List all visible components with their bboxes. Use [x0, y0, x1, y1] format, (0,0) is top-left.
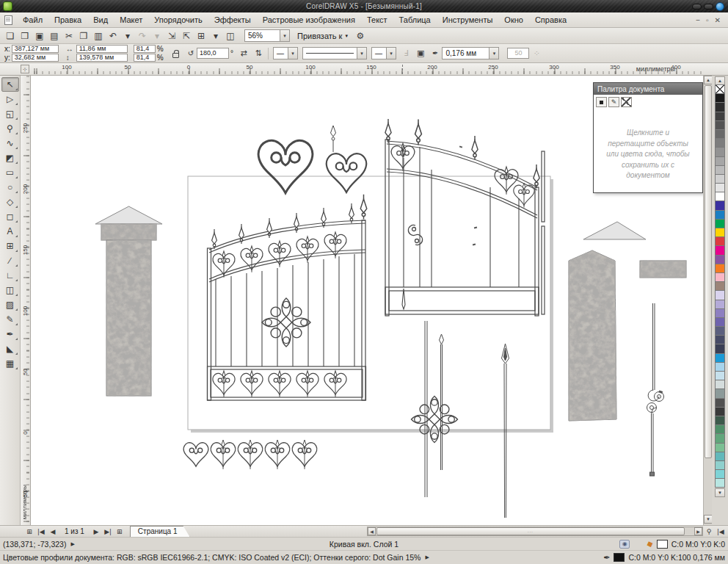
- flyout-arrow-icon[interactable]: ▶: [70, 541, 74, 547]
- stone-pillar-left[interactable]: [95, 206, 162, 396]
- mdi-minimize-button[interactable]: −: [696, 16, 700, 24]
- shape-tool[interactable]: ▷: [1, 92, 19, 106]
- object-width-field[interactable]: 11,86 мм: [76, 45, 128, 53]
- flyout-arrow-icon[interactable]: ▶: [425, 554, 429, 560]
- stone-bar[interactable]: [640, 261, 686, 278]
- start-arrowhead-combo[interactable]: — ▾: [273, 47, 298, 59]
- dimension-tool[interactable]: ∕: [1, 253, 19, 268]
- save-button[interactable]: ▣: [32, 29, 47, 43]
- vertical-scrollbar[interactable]: ▲ ▼: [703, 76, 712, 525]
- eyedropper-tool[interactable]: ✎: [1, 312, 19, 327]
- crop-tool[interactable]: ◱: [1, 106, 19, 121]
- interactive-fill-tool[interactable]: ▦: [1, 356, 19, 371]
- undo-button[interactable]: ↶: [106, 29, 120, 43]
- mirror-horizontal-button[interactable]: ⇄: [236, 47, 251, 60]
- pick-tool[interactable]: ↖: [1, 77, 19, 92]
- menu-window[interactable]: Окно: [498, 13, 529, 26]
- snap-to-button[interactable]: Привязать к ▾: [293, 30, 352, 42]
- blend-tool[interactable]: ◫: [1, 283, 19, 297]
- vertical-scroll-thumb[interactable]: [705, 85, 712, 458]
- zoom-tool[interactable]: ⚲: [1, 121, 19, 136]
- horizontal-scrollbar[interactable]: ◀ ∙∙∙ ▶: [367, 527, 703, 536]
- menu-table[interactable]: Таблица: [393, 13, 437, 26]
- fill-color-swatch[interactable]: [657, 540, 668, 549]
- welcome-screen-button[interactable]: ◫: [223, 29, 238, 43]
- menu-edit[interactable]: Правка: [48, 13, 87, 26]
- horizontal-scroll-thumb[interactable]: ∙∙∙: [376, 527, 685, 535]
- chevron-down-icon[interactable]: ▾: [280, 30, 289, 41]
- connector-tool[interactable]: ∟: [1, 268, 19, 283]
- close-button[interactable]: [716, 2, 724, 11]
- maximize-button[interactable]: [704, 4, 713, 10]
- new-document-button[interactable]: ❏: [3, 29, 18, 43]
- smart-fill-tool[interactable]: ◩: [1, 151, 19, 165]
- menu-text[interactable]: Текст: [361, 13, 393, 26]
- x-position-field[interactable]: 387,127 мм: [12, 45, 59, 53]
- ruler-origin-button[interactable]: ⊹: [21, 65, 29, 73]
- palette-scroll-down-button[interactable]: ▼: [715, 488, 725, 497]
- scroll-left-button[interactable]: ◀: [368, 527, 376, 535]
- first-page-button[interactable]: |◀: [35, 527, 47, 537]
- horizontal-ruler[interactable]: ⊹ 10050050100150200250300350400 миллимет…: [0, 63, 728, 76]
- mdi-restore-button[interactable]: ▫: [706, 16, 709, 24]
- redo-button[interactable]: ↷: [135, 29, 150, 43]
- drawing-canvas[interactable]: Палитра документа ✎ Щелкните и перетащит…: [31, 76, 703, 525]
- palette-swatch[interactable]: [715, 478, 725, 488]
- menu-arrange[interactable]: Упорядочить: [148, 13, 208, 26]
- outline-pen-tool[interactable]: ✒: [1, 327, 19, 341]
- minimize-button[interactable]: [692, 4, 702, 10]
- menu-help[interactable]: Справка: [529, 13, 572, 26]
- docker-title-bar[interactable]: Палитра документа: [594, 83, 702, 95]
- menu-tools[interactable]: Инструменты: [437, 13, 499, 26]
- mirror-vertical-button[interactable]: ⇅: [251, 47, 266, 60]
- table-tool[interactable]: ⊞: [1, 239, 19, 253]
- stone-pillar-right[interactable]: [569, 222, 646, 421]
- zoom-fit-button[interactable]: ⚲: [703, 527, 715, 537]
- scroll-rod[interactable]: [647, 303, 664, 476]
- menu-file[interactable]: Файл: [17, 13, 48, 26]
- transparency-tool[interactable]: ▨: [1, 297, 19, 312]
- alignment-grid-button[interactable]: ⁘: [529, 47, 544, 60]
- title-bar[interactable]: CorelDRAW X5 - [Безымянный-1]: [0, 0, 728, 12]
- options-button[interactable]: ⚙: [353, 29, 368, 43]
- close-curve-button[interactable]: Ⅎ: [398, 47, 413, 60]
- add-page-button[interactable]: ⊞: [114, 527, 125, 537]
- color-proof-status-icon[interactable]: ◉: [619, 540, 630, 549]
- import-button[interactable]: ⇲: [164, 29, 179, 43]
- wrap-paragraph-text-button[interactable]: ▣: [413, 47, 428, 60]
- scale-v-field[interactable]: 81,4: [134, 54, 156, 62]
- fill-tool[interactable]: ◣: [1, 341, 19, 356]
- polygon-tool[interactable]: ◇: [1, 195, 19, 209]
- menu-view[interactable]: Вид: [87, 13, 114, 26]
- application-launcher-button[interactable]: ⊞: [194, 29, 208, 43]
- dock-button[interactable]: |◀: [715, 527, 727, 537]
- scroll-right-button[interactable]: ▶: [694, 527, 702, 535]
- outline-style-combo[interactable]: ▾: [302, 47, 367, 59]
- rectangle-tool[interactable]: ▭: [1, 165, 19, 180]
- text-tool[interactable]: A: [1, 224, 19, 239]
- outline-color-swatch[interactable]: [614, 553, 625, 562]
- lock-ratio-icon[interactable]: [172, 53, 179, 58]
- mdi-close-button[interactable]: ✕: [715, 16, 721, 24]
- rotation-angle-field[interactable]: 180,0: [197, 48, 229, 59]
- heart-ornaments-bottom[interactable]: [183, 440, 316, 469]
- export-button[interactable]: ⇱: [179, 29, 194, 43]
- add-page-button[interactable]: ⊞: [23, 527, 35, 537]
- end-arrowhead-combo[interactable]: — ▾: [371, 47, 396, 59]
- page-tab[interactable]: Страница 1: [130, 526, 190, 537]
- copy-button[interactable]: ❐: [76, 29, 91, 43]
- object-height-field[interactable]: 139,578 мм: [76, 54, 128, 62]
- corner-smoothness-field[interactable]: 50: [507, 48, 529, 59]
- menu-layout[interactable]: Макет: [114, 13, 148, 26]
- y-position-field[interactable]: 32,682 мм: [12, 54, 59, 62]
- zoom-levels-combo[interactable]: 56% ▾: [244, 29, 290, 42]
- palette-eyedropper-button[interactable]: ✎: [608, 97, 619, 107]
- palette-options-button[interactable]: [596, 97, 607, 107]
- undo-dropdown[interactable]: ▾: [120, 29, 135, 43]
- previous-page-button[interactable]: ◀: [47, 527, 59, 537]
- basic-shapes-tool[interactable]: ◻: [1, 209, 19, 224]
- menu-effects[interactable]: Эффекты: [208, 13, 257, 26]
- print-button[interactable]: ▤: [47, 29, 62, 43]
- next-page-button[interactable]: ▶: [90, 527, 102, 537]
- cut-button[interactable]: ✂: [62, 29, 76, 43]
